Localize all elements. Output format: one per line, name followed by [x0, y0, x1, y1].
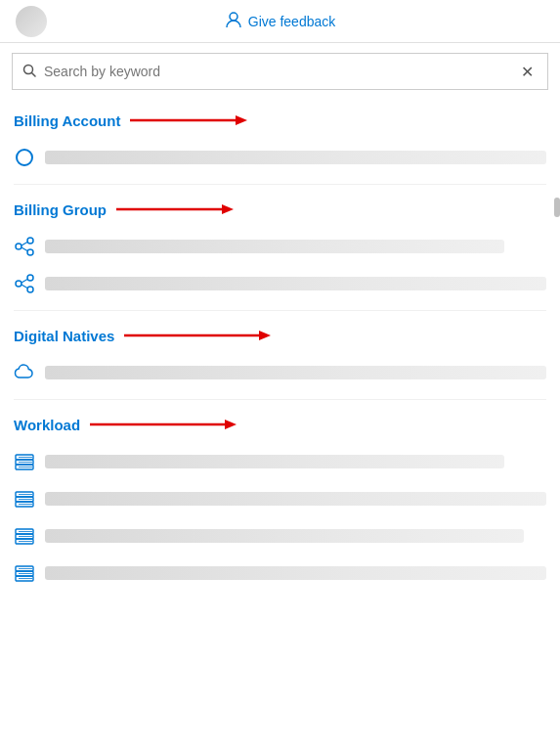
- divider: [14, 399, 546, 400]
- digital-natives-section: Digital Natives: [0, 315, 560, 395]
- workload-arrow: [90, 416, 237, 433]
- list-item: [14, 517, 546, 555]
- item-bar: [45, 240, 504, 253]
- item-bar: [45, 529, 524, 543]
- svg-point-7: [16, 244, 22, 249]
- divider: [14, 184, 546, 185]
- list-item: [14, 139, 546, 176]
- give-feedback-button[interactable]: Give feedback: [217, 7, 344, 36]
- workload-section: Workload: [0, 404, 560, 596]
- list-item: [14, 354, 546, 391]
- svg-point-13: [27, 275, 33, 281]
- stack-icon: [14, 488, 35, 510]
- svg-marker-6: [222, 204, 234, 214]
- stack-icon: [14, 451, 35, 472]
- circle-icon: [14, 147, 35, 168]
- digital-natives-arrow: [124, 327, 271, 344]
- list-item: [14, 480, 546, 517]
- billing-group-section: Billing Group: [0, 189, 560, 306]
- list-item: [14, 443, 546, 480]
- cloud-icon: [14, 362, 35, 383]
- billing-group-title: Billing Group: [14, 200, 546, 218]
- search-bar: ✕: [12, 53, 548, 90]
- svg-point-0: [230, 13, 237, 21]
- workload-title: Workload: [14, 416, 546, 433]
- item-bar: [45, 566, 546, 580]
- svg-marker-4: [236, 115, 247, 125]
- clear-search-button[interactable]: ✕: [517, 63, 538, 81]
- svg-point-12: [16, 281, 22, 287]
- item-bar: [45, 455, 504, 468]
- search-icon: [22, 64, 36, 80]
- item-bar: [45, 277, 546, 290]
- list-item: [14, 228, 546, 265]
- billing-account-section: Billing Account: [0, 100, 560, 180]
- svg-line-15: [22, 280, 27, 284]
- content-wrapper: Billing Account Billing Group: [0, 100, 560, 596]
- nodes-icon: [14, 236, 35, 257]
- svg-line-10: [22, 243, 27, 246]
- billing-account-title: Billing Account: [14, 111, 546, 129]
- svg-line-2: [32, 72, 36, 76]
- avatar: [16, 6, 47, 37]
- list-item: [14, 265, 546, 302]
- stack-icon: [14, 525, 35, 547]
- stack-icon: [14, 562, 35, 584]
- person-icon: [225, 11, 242, 32]
- digital-natives-title: Digital Natives: [14, 327, 546, 344]
- svg-marker-20: [225, 420, 237, 429]
- nodes-icon: [14, 273, 35, 294]
- svg-marker-18: [259, 331, 271, 340]
- item-bar: [45, 492, 546, 506]
- item-bar: [45, 151, 546, 164]
- scrollbar[interactable]: [554, 198, 560, 217]
- give-feedback-label: Give feedback: [248, 14, 336, 29]
- list-item: [14, 555, 546, 592]
- search-input[interactable]: [44, 64, 517, 79]
- billing-group-arrow: [116, 200, 234, 218]
- svg-line-11: [22, 247, 27, 251]
- top-bar: Give feedback: [0, 0, 560, 43]
- svg-point-9: [27, 249, 33, 255]
- divider: [14, 310, 546, 311]
- svg-point-14: [27, 287, 33, 292]
- svg-line-16: [22, 285, 27, 289]
- svg-point-8: [27, 238, 33, 244]
- billing-account-arrow: [130, 111, 247, 129]
- item-bar: [45, 366, 546, 379]
